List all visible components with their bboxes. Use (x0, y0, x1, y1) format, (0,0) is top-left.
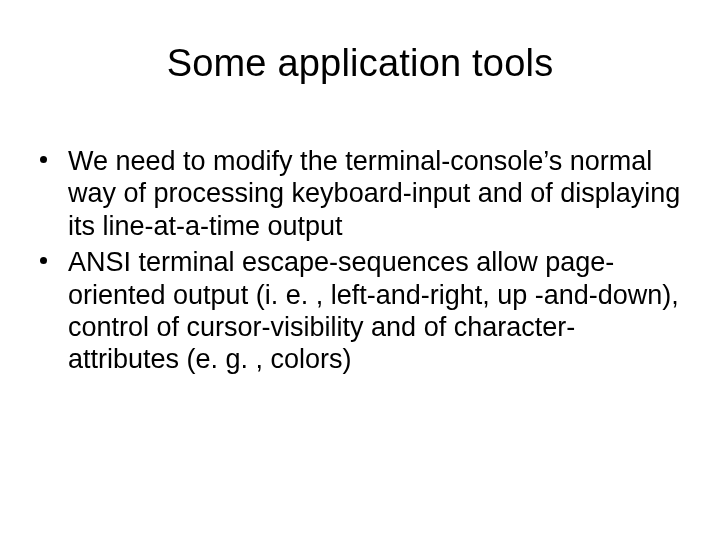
bullet-icon (40, 257, 47, 264)
bullet-list: We need to modify the terminal-console’s… (34, 145, 686, 376)
bullet-icon (40, 156, 47, 163)
list-item: ANSI terminal escape-sequences allow pag… (34, 246, 686, 376)
slide-title: Some application tools (34, 42, 686, 85)
bullet-text: ANSI terminal escape-sequences allow pag… (68, 247, 679, 374)
list-item: We need to modify the terminal-console’s… (34, 145, 686, 242)
bullet-text: We need to modify the terminal-console’s… (68, 146, 680, 241)
